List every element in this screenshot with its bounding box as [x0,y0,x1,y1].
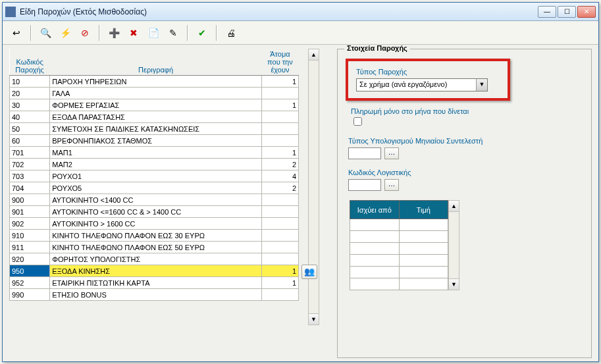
accounting-code-input[interactable] [348,179,381,191]
cell-count[interactable] [261,111,298,123]
table-row[interactable]: 60ΒΡΕΦΟΝΗΠΙΑΚΟΣ ΣΤΑΘΜΟΣ [10,135,299,147]
cell-desc[interactable]: ΒΡΕΦΟΝΗΠΙΑΚΟΣ ΣΤΑΘΜΟΣ [50,135,262,147]
cell-code[interactable]: 30 [10,99,50,111]
cell-count[interactable]: 1 [261,277,298,289]
rate-row[interactable] [350,278,448,290]
cell-count[interactable] [261,218,298,230]
minimize-button[interactable]: — [538,6,556,18]
rate-row[interactable] [350,231,448,243]
search-button[interactable]: 🔍 [37,24,54,41]
cell-count[interactable] [261,194,298,206]
table-row[interactable]: 990ΕΤΗΣΙΟ BONUS [10,289,299,301]
cell-desc[interactable]: ΣΥΜΕΤΟΧΗ ΣΕ ΠΑΙΔΙΚΕΣ ΚΑΤΑΣΚΗΝΩΣΕΙΣ [50,123,262,135]
cell-desc[interactable]: ΡΟΥΧΟ5 [50,182,262,194]
cell-count[interactable] [261,253,298,265]
table-row[interactable]: 950ΕΞΟΔΑ ΚΙΝΗΣΗΣ1 [10,265,299,277]
cell-code[interactable]: 911 [10,242,50,253]
rate-col-from[interactable]: Ισχύει από [350,201,400,219]
cell-count[interactable] [261,242,298,253]
cell-count[interactable]: 2 [261,182,298,194]
cell-code[interactable]: 50 [10,123,50,135]
cell-code[interactable]: 703 [10,170,50,182]
table-row[interactable]: 911ΚΙΝΗΤΟ ΤΗΛΕΦΩΝΟ ΠΛΑΦΟΝ ΕΩΣ 50 ΕΥΡΩ [10,242,299,253]
cell-desc[interactable]: ΜΑΠ1 [50,147,262,159]
rate-row[interactable] [350,243,448,255]
maximize-button[interactable]: ☐ [558,6,576,18]
cell-code[interactable]: 704 [10,182,50,194]
cell-code[interactable]: 950 [10,265,50,277]
monthly-coef-lookup-button[interactable]: … [384,147,399,159]
table-row[interactable]: 40ΕΞΟΔΑ ΠΑΡΑΣΤΑΣΗΣ [10,111,299,123]
cell-code[interactable]: 60 [10,135,50,147]
cell-desc[interactable]: ΜΑΠ2 [50,159,262,170]
cell-code[interactable]: 952 [10,277,50,289]
cell-count[interactable]: 1 [261,147,298,159]
cell-count[interactable] [261,88,298,99]
scroll-down-icon[interactable]: ▼ [449,278,459,290]
cell-code[interactable]: 20 [10,88,50,99]
table-row[interactable]: 50ΣΥΜΕΤΟΧΗ ΣΕ ΠΑΙΔΙΚΕΣ ΚΑΤΑΣΚΗΝΩΣΕΙΣ [10,123,299,135]
cell-desc[interactable]: ΑΥΤΟΚΙΝΗΤΟ > 1600 CC [50,218,262,230]
cell-count[interactable]: 1 [261,99,298,111]
confirm-button[interactable]: ✔ [194,24,211,41]
cell-code[interactable]: 702 [10,159,50,170]
scroll-down-icon[interactable]: ▼ [309,313,319,325]
cell-count[interactable]: 4 [261,170,298,182]
col-desc[interactable]: Περιγραφή [50,49,262,76]
cell-desc[interactable]: ΦΟΡΗΤΟΣ ΥΠΟΛΟΓΙΣΤΗΣ [50,253,262,265]
table-row[interactable]: 701ΜΑΠ11 [10,147,299,159]
print-button[interactable]: 🖨 [222,24,240,41]
cell-code[interactable]: 901 [10,206,50,218]
cell-desc[interactable]: ΡΟΥΧΟ1 [50,170,262,182]
cell-code[interactable]: 900 [10,194,50,206]
table-row[interactable]: 901ΑΥΤΟΚΙΝΗΤΟ <=1600 CC & > 1400 CC [10,206,299,218]
cell-desc[interactable]: ΕΤΗΣΙΟ BONUS [50,289,262,301]
table-row[interactable]: 10ΠΑΡΟΧΗ ΥΠΗΡΕΣΙΩΝ1 [10,76,299,88]
add-button[interactable]: ➕ [105,24,122,41]
accounting-code-lookup-button[interactable]: … [384,179,399,191]
cell-code[interactable]: 920 [10,253,50,265]
cell-desc[interactable]: ΕΞΟΔΑ ΚΙΝΗΣΗΣ [50,265,262,277]
rate-table[interactable]: Ισχύει από Τιμή [350,200,448,290]
cancel-button[interactable]: ⊘ [76,24,93,41]
close-button[interactable]: ✕ [577,6,596,18]
table-row[interactable]: 920ΦΟΡΗΤΟΣ ΥΠΟΛΟΓΙΣΤΗΣ [10,253,299,265]
delete-button[interactable]: ✖ [125,24,142,41]
grid-scrollbar[interactable]: ▲ ▼ [308,49,319,325]
table-row[interactable]: 704ΡΟΥΧΟ52 [10,182,299,194]
cell-count[interactable] [261,135,298,147]
cell-desc[interactable]: ΕΞΟΔΑ ΠΑΡΑΣΤΑΣΗΣ [50,111,262,123]
benefits-grid[interactable]: Κωδικός Παροχής Περιγραφή Άτομα που την … [9,49,299,301]
cell-count[interactable]: 1 [261,265,298,277]
cell-code[interactable]: 701 [10,147,50,159]
cell-desc[interactable]: ΚΙΝΗΤΟ ΤΗΛΕΦΩΝΟ ΠΛΑΦΟΝ ΕΩΣ 30 ΕΥΡΩ [50,230,262,242]
copy-button[interactable]: 📄 [145,24,162,41]
cell-count[interactable]: 1 [261,76,298,88]
pay-only-checkbox[interactable] [353,117,362,126]
chevron-down-icon[interactable]: ▼ [476,79,487,91]
col-code[interactable]: Κωδικός Παροχής [10,49,50,76]
edit-button[interactable]: ✎ [165,24,182,41]
scroll-up-icon[interactable]: ▲ [309,49,319,61]
cell-code[interactable]: 990 [10,289,50,301]
cell-count[interactable] [261,289,298,301]
cell-count[interactable] [261,123,298,135]
cell-count[interactable] [261,230,298,242]
cell-count[interactable] [261,206,298,218]
cell-code[interactable]: 902 [10,218,50,230]
cell-code[interactable]: 10 [10,76,50,88]
cell-desc[interactable]: ΓΑΛΑ [50,88,262,99]
cell-desc[interactable]: ΠΑΡΟΧΗ ΥΠΗΡΕΣΙΩΝ [50,76,262,88]
people-button[interactable]: 👥 [301,265,317,279]
table-row[interactable]: 30ΦΟΡΜΕΣ ΕΡΓΑΣΙΑΣ1 [10,99,299,111]
cell-code[interactable]: 910 [10,230,50,242]
scroll-track[interactable] [449,212,459,278]
exit-button[interactable]: ↩ [8,24,25,41]
type-dropdown[interactable]: Σε χρήμα (ανά εργαζόμενο) ▼ [356,78,488,91]
scroll-up-icon[interactable]: ▲ [449,201,459,212]
refresh-button[interactable]: ⚡ [57,24,74,41]
table-row[interactable]: 902ΑΥΤΟΚΙΝΗΤΟ > 1600 CC [10,218,299,230]
table-row[interactable]: 702ΜΑΠ22 [10,159,299,170]
cell-desc[interactable]: ΑΥΤΟΚΙΝΗΤΟ <1400 CC [50,194,262,206]
table-row[interactable]: 910ΚΙΝΗΤΟ ΤΗΛΕΦΩΝΟ ΠΛΑΦΟΝ ΕΩΣ 30 ΕΥΡΩ [10,230,299,242]
